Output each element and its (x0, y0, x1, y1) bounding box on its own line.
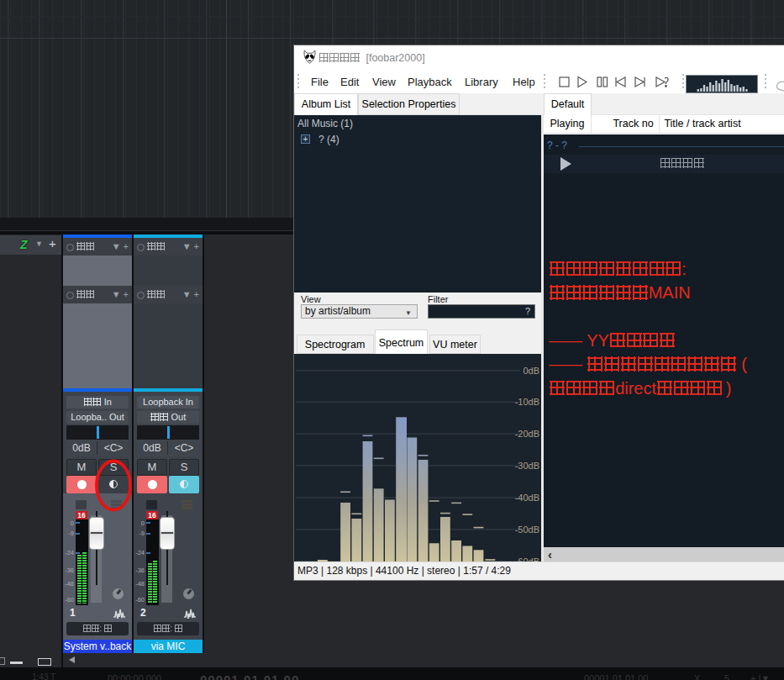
svg-text:0dB: 0dB (523, 366, 539, 376)
svg-text:-10dB: -10dB (515, 397, 539, 407)
svg-text:-50dB: -50dB (515, 524, 539, 535)
svg-text:-40dB: -40dB (515, 493, 539, 503)
svg-text:-20dB: -20dB (515, 429, 539, 439)
svg-text:-30dB: -30dB (515, 461, 539, 471)
